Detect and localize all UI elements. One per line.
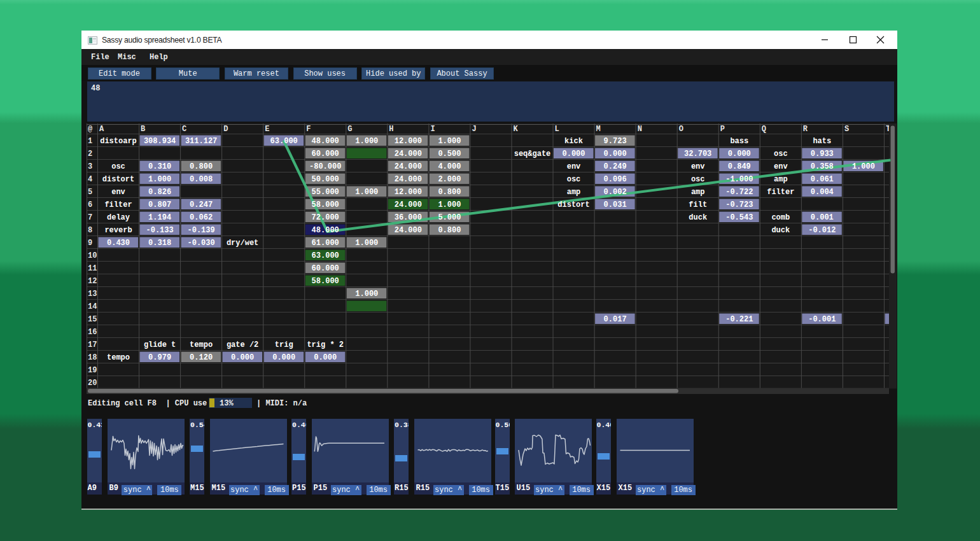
svg-text:reverb: reverb [104, 226, 132, 235]
svg-text:-1.000: -1.000 [725, 175, 753, 184]
svg-text:distort: distort [102, 175, 134, 184]
svg-text:-0.722: -0.722 [725, 188, 753, 197]
svg-text:S: S [844, 125, 849, 134]
svg-text:0.120: 0.120 [190, 353, 213, 362]
svg-text:osc: osc [691, 175, 705, 184]
svg-text:gate /2: gate /2 [227, 341, 258, 349]
svg-text:72.000: 72.000 [312, 213, 339, 222]
svg-text:4: 4 [88, 175, 92, 184]
svg-text:60.000: 60.000 [312, 264, 339, 273]
svg-text:10: 10 [88, 251, 97, 260]
svg-text:11: 11 [88, 264, 97, 273]
svg-text:0.031: 0.031 [604, 200, 627, 209]
svg-text:0.800: 0.800 [438, 188, 461, 197]
svg-text:15: 15 [88, 315, 97, 324]
svg-text:comb: comb [771, 213, 790, 222]
svg-text:60.000: 60.000 [312, 150, 339, 158]
svg-text:32.703: 32.703 [684, 150, 711, 158]
svg-text:osc: osc [111, 162, 125, 171]
svg-text:1.000: 1.000 [148, 175, 171, 184]
svg-text:trig: trig [275, 341, 293, 349]
svg-text:tempo: tempo [107, 353, 130, 362]
svg-text:50.000: 50.000 [312, 175, 339, 184]
svg-text:0.800: 0.800 [190, 162, 213, 171]
svg-text:J: J [472, 125, 476, 134]
svg-text:C: C [182, 125, 186, 134]
svg-text:env: env [567, 162, 581, 171]
svg-text:K: K [514, 125, 519, 134]
svg-text:0.001: 0.001 [811, 213, 834, 222]
svg-text:-0.139: -0.139 [187, 226, 214, 235]
svg-text:24.000: 24.000 [395, 162, 422, 171]
svg-text:16: 16 [88, 328, 97, 337]
svg-text:9: 9 [88, 239, 92, 248]
svg-text:bass: bass [730, 137, 748, 146]
svg-text:amp: amp [774, 175, 788, 184]
svg-text:24.000: 24.000 [395, 226, 422, 235]
svg-text:B: B [141, 125, 145, 134]
svg-text:2: 2 [88, 150, 92, 158]
svg-text:duck: duck [689, 213, 707, 222]
svg-text:delay: delay [107, 213, 130, 222]
svg-text:seq&gate: seq&gate [514, 150, 551, 158]
svg-text:-0.012: -0.012 [808, 226, 836, 235]
svg-text:0.807: 0.807 [148, 200, 171, 209]
svg-text:61.000: 61.000 [312, 239, 339, 248]
svg-text:osc: osc [567, 175, 581, 184]
svg-text:63.000: 63.000 [312, 251, 339, 260]
svg-text:0.062: 0.062 [190, 213, 213, 222]
svg-text:-0.723: -0.723 [725, 200, 753, 209]
svg-text:1: 1 [88, 137, 92, 146]
svg-text:48.000: 48.000 [312, 226, 339, 235]
svg-text:H: H [389, 125, 393, 134]
svg-text:0.000: 0.000 [728, 150, 751, 158]
svg-text:1.000: 1.000 [438, 200, 461, 209]
svg-text:308.934: 308.934 [144, 137, 176, 146]
svg-text:24.000: 24.000 [395, 200, 422, 209]
svg-text:-0.030: -0.030 [187, 239, 214, 248]
svg-text:P: P [720, 125, 725, 134]
svg-text:48.000: 48.000 [312, 137, 339, 146]
svg-text:5.000: 5.000 [438, 213, 461, 222]
svg-text:7: 7 [88, 213, 92, 222]
svg-text:-0.133: -0.133 [146, 226, 173, 235]
svg-text:0.849: 0.849 [728, 162, 751, 171]
svg-text:1.194: 1.194 [148, 213, 171, 222]
svg-text:trig * 2: trig * 2 [307, 341, 344, 349]
svg-text:0.358: 0.358 [811, 162, 834, 171]
svg-text:6: 6 [88, 200, 92, 209]
svg-text:0.008: 0.008 [190, 175, 213, 184]
svg-text:distoarp: distoarp [100, 137, 137, 146]
svg-text:0.800: 0.800 [438, 226, 461, 235]
svg-text:0.979: 0.979 [148, 353, 171, 362]
svg-text:58.000: 58.000 [312, 277, 339, 286]
svg-text:duck: duck [771, 226, 790, 235]
svg-text:0.000: 0.000 [314, 353, 337, 362]
svg-text:R: R [803, 125, 808, 134]
svg-text:14: 14 [88, 302, 97, 311]
svg-text:amp: amp [691, 188, 705, 197]
svg-text:1.000: 1.000 [355, 188, 378, 197]
svg-text:12: 12 [88, 277, 97, 286]
svg-text:tempo: tempo [190, 341, 213, 349]
svg-text:0.002: 0.002 [604, 188, 627, 197]
svg-text:-0.221: -0.221 [725, 315, 753, 324]
svg-text:0.000: 0.000 [604, 150, 627, 158]
svg-text:-0.001: -0.001 [808, 315, 836, 324]
svg-text:8: 8 [88, 226, 92, 235]
svg-text:distort: distort [557, 200, 589, 209]
svg-text:19: 19 [88, 366, 97, 375]
svg-text:0.430: 0.430 [107, 239, 130, 248]
svg-text:9.723: 9.723 [604, 137, 627, 146]
svg-text:0.310: 0.310 [148, 162, 171, 171]
svg-text:env: env [774, 162, 788, 171]
svg-text:3: 3 [88, 162, 92, 171]
svg-text:12.000: 12.000 [395, 188, 422, 197]
svg-text:0.061: 0.061 [811, 175, 834, 184]
svg-text:E: E [265, 125, 269, 134]
svg-text:F: F [306, 125, 311, 134]
svg-text:-80.000: -80.000 [309, 162, 341, 171]
svg-text:A: A [99, 125, 104, 134]
svg-text:env: env [691, 162, 705, 171]
svg-text:1.000: 1.000 [355, 239, 378, 248]
